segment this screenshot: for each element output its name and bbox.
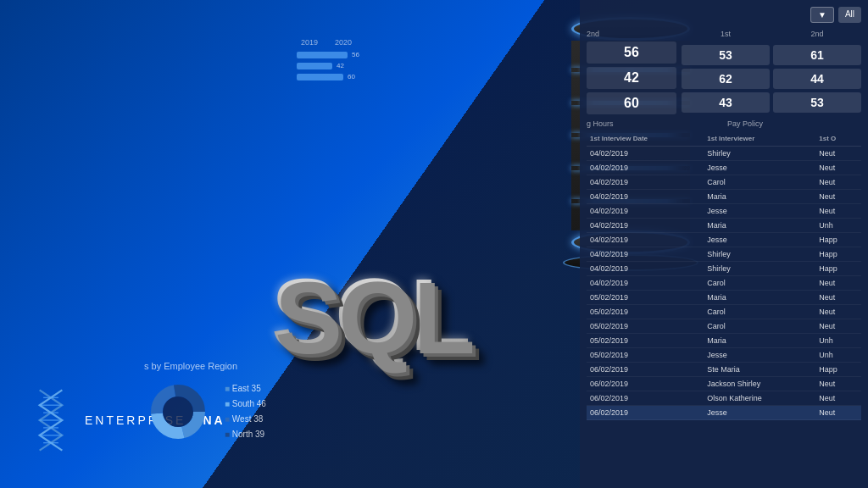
score-1-1: 53 [682,45,770,65]
cell-interviewer: Olson Katherine [704,391,815,406]
cell-date: 05/02/2019 [587,305,704,319]
score-header-2nd: 2nd [773,30,861,38]
cell-date: 04/02/2019 [587,204,704,219]
legend-south: ■ South 46 [225,396,266,412]
cell-outcome: Neut [815,175,861,190]
score-3-1: 43 [682,92,770,113]
interview-table: 1st Interview Date 1st Interviewer 1st O… [587,131,861,420]
bar-val-3: 60 [348,73,355,80]
donut-chart [144,378,212,446]
cell-outcome: Happ [815,363,861,377]
dna-icon [25,386,76,454]
table-row: 04/02/2019 Shirley Happ [587,262,861,276]
cell-outcome: Neut [815,319,861,334]
table-row: 04/02/2019 Maria Unh [587,219,861,233]
cell-date: 04/02/2019 [587,247,704,262]
cell-interviewer: Carol [704,319,815,334]
section-headers: g Hours Pay Policy [587,119,861,128]
table-row: 04/02/2019 Jesse Happ [587,233,861,247]
cell-date: 04/02/2019 [587,219,704,233]
chart-title: s by Employee Region [144,361,398,371]
cell-interviewer: Jesse [704,233,815,247]
table-row: 06/02/2019 Olson Katherine Neut [587,391,861,406]
cell-interviewer: Maria [704,219,815,233]
score-header-1st: 1st [682,30,770,38]
table-header-row: 1st Interview Date 1st Interviewer 1st O [587,131,861,147]
cell-outcome: Neut [815,377,861,391]
cell-outcome: Happ [815,247,861,262]
table-row: 06/02/2019 Jesse Neut [587,406,861,420]
bar-chart: 56 42 60 [297,51,381,84]
cell-outcome: Neut [815,276,861,291]
cell-date: 05/02/2019 [587,319,704,334]
filter-row: ▼ All [587,7,861,23]
filter-dropdown[interactable]: ▼ [810,7,834,23]
table-row: 06/02/2019 Ste Maria Happ [587,363,861,377]
filter-badge[interactable]: All [838,7,861,23]
cell-interviewer: Jesse [704,204,815,219]
cell-interviewer: Jesse [704,406,815,420]
legend-west: ■ West 38 [225,412,266,427]
table-row: 04/02/2019 Carol Neut [587,276,861,291]
cell-outcome: Neut [815,204,861,219]
col-outcome: 1st O [815,131,861,147]
cell-outcome: Neut [815,147,861,161]
table-row: 05/02/2019 Carol Neut [587,319,861,334]
pay-policy-header: Pay Policy [727,119,861,128]
cell-interviewer: Shirley [704,262,815,276]
col-date: 1st Interview Date [587,131,704,147]
chart-area: s by Employee Region ■ East 35 ■ Sout [144,361,398,446]
bar-fill-2 [297,63,332,69]
cell-interviewer: Jesse [704,161,815,175]
cell-date: 06/02/2019 [587,377,704,391]
cell-interviewer: Maria [704,334,815,348]
table-body: 04/02/2019 Shirley Neut 04/02/2019 Jesse… [587,147,861,420]
score-header-2nd-left: 2nd [587,30,676,38]
cell-date: 06/02/2019 [587,363,704,377]
cell-interviewer: Shirley [704,147,815,161]
score-row-2: 62 44 [682,69,861,89]
score-col-right: 1st 2nd 53 61 62 44 43 53 [682,30,861,114]
bar-fill-1 [297,52,348,58]
left-val-1: 56 [587,42,676,64]
left-val-2: 42 [587,67,676,89]
chart-legend: ■ East 35 ■ South 46 ■ West 38 ■ North 3… [225,381,266,442]
cell-interviewer: Carol [704,305,815,319]
cell-date: 04/02/2019 [587,190,704,204]
cell-date: 05/02/2019 [587,291,704,305]
score-row-3: 43 53 [682,92,861,113]
hours-header: g Hours [587,119,721,128]
legend-north: ■ North 39 [225,427,266,442]
cell-outcome: Happ [815,262,861,276]
bar-row-2: 42 [297,62,381,69]
table-row: 05/02/2019 Maria Neut [587,291,861,305]
sql-text: SQL [271,256,468,373]
dropdown-arrow: ▼ [818,10,826,19]
bar-row-3: 60 [297,73,381,80]
cell-outcome: Unh [815,334,861,348]
cell-interviewer: Maria [704,291,815,305]
score-col-left: 2nd 56 42 60 [587,30,676,114]
table-row: 04/02/2019 Jesse Neut [587,161,861,175]
cell-interviewer: Shirley [704,247,815,262]
table-row: 04/02/2019 Maria Neut [587,190,861,204]
table-row: 05/02/2019 Carol Neut [587,305,861,319]
table-row: 04/02/2019 Shirley Happ [587,247,861,262]
table-row: 04/02/2019 Jesse Neut [587,204,861,219]
cell-outcome: Unh [815,219,861,233]
cell-date: 04/02/2019 [587,147,704,161]
table-row: 05/02/2019 Maria Unh [587,334,861,348]
bar-val-2: 42 [337,62,344,69]
score-3-2: 53 [773,92,861,113]
cell-date: 04/02/2019 [587,161,704,175]
score-section: 2nd 56 42 60 1st 2nd 53 61 [587,30,861,114]
cell-outcome: Happ [815,233,861,247]
cell-outcome: Unh [815,348,861,363]
bar-row-1: 56 [297,51,381,58]
cell-interviewer: Maria [704,190,815,204]
cell-date: 06/02/2019 [587,391,704,406]
bar-fill-3 [297,74,343,80]
year-labels: 2019 2020 [301,38,352,47]
score-1-2: 61 [773,45,861,65]
cell-date: 04/02/2019 [587,262,704,276]
